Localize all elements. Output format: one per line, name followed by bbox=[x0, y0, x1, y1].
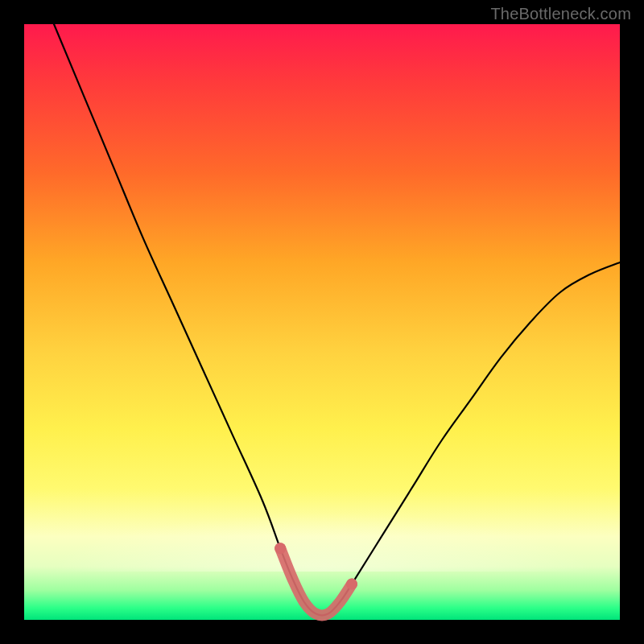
chart-frame: TheBottleneck.com bbox=[0, 0, 644, 644]
highlight-endpoint-left bbox=[275, 543, 286, 554]
highlight-endpoint-right bbox=[346, 579, 357, 590]
bottleneck-curve bbox=[54, 24, 620, 616]
chart-svg bbox=[24, 24, 620, 620]
optimal-highlight bbox=[280, 548, 352, 615]
watermark-text: TheBottleneck.com bbox=[490, 5, 631, 23]
